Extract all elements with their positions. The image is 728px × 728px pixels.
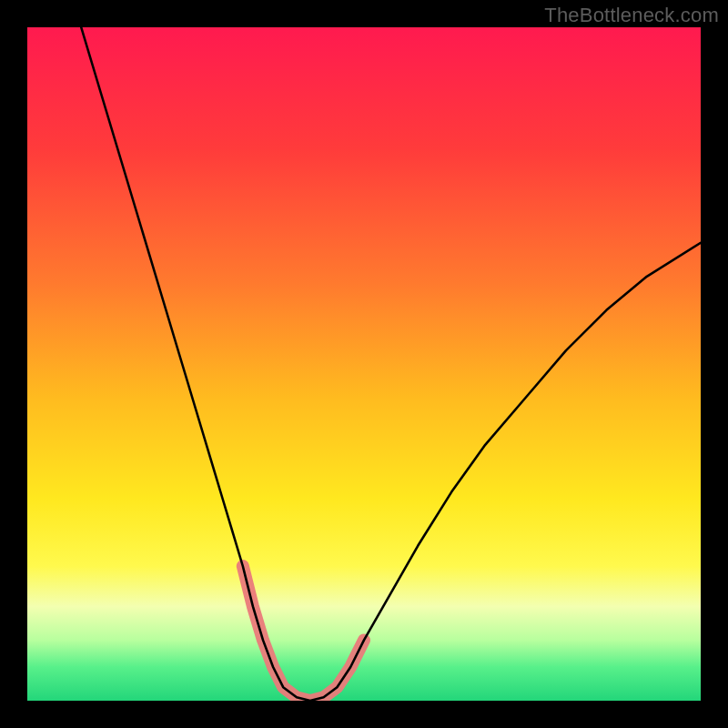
curve-layer (27, 27, 701, 701)
chart-frame: TheBottleneck.com (0, 0, 728, 728)
watermark-text: TheBottleneck.com (544, 4, 719, 27)
plot-area (27, 27, 701, 701)
bottleneck-curve-path (81, 27, 701, 701)
